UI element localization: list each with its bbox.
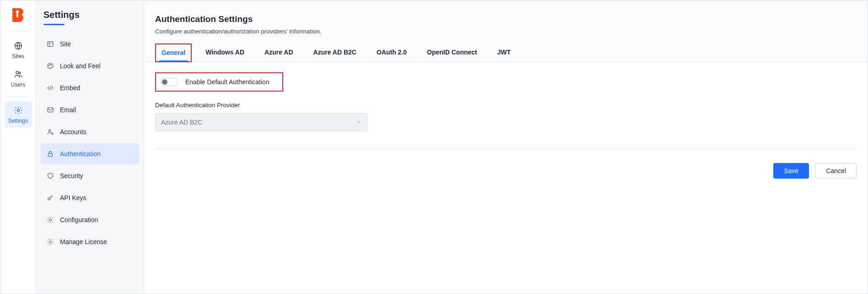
- mail-icon: [46, 106, 54, 114]
- sidebar-item-email[interactable]: Email: [41, 99, 139, 120]
- sidebar-item-label: Configuration: [60, 216, 98, 223]
- sidebar-item-look-and-feel[interactable]: Look and Feel: [41, 55, 139, 76]
- svg-point-5: [17, 109, 19, 112]
- gear-icon: [46, 238, 54, 246]
- svg-point-11: [49, 130, 51, 132]
- brand-logo: [9, 6, 27, 24]
- sidebar-item-accounts[interactable]: Accounts: [41, 121, 139, 142]
- rail-item-users[interactable]: Users: [5, 65, 32, 92]
- user-gear-icon: [46, 128, 54, 136]
- key-icon: [46, 194, 54, 202]
- svg-point-7: [49, 65, 49, 66]
- svg-point-12: [52, 133, 53, 134]
- sidebar-item-label: Manage License: [60, 238, 107, 245]
- sidebar-item-configuration[interactable]: Configuration: [41, 209, 139, 230]
- sidebar-title: Settings: [41, 8, 139, 24]
- globe-icon: [14, 41, 23, 50]
- toggle-knob: [162, 79, 167, 85]
- rail-divider: [8, 32, 28, 32]
- sidebar-item-api-keys[interactable]: API Keys: [41, 187, 139, 208]
- enable-default-auth-row: Enable Default Authentication: [155, 72, 283, 92]
- svg-rect-13: [48, 153, 52, 156]
- default-provider-label: Default Authentication Provider: [155, 102, 857, 109]
- sidebar-item-site[interactable]: Site: [41, 33, 139, 54]
- default-provider-select[interactable]: Azure AD B2C: [155, 113, 367, 131]
- main-content: Authentication Settings Configure authen…: [144, 0, 868, 294]
- page-title: Authentication Settings: [155, 14, 857, 24]
- palette-icon: [46, 62, 54, 70]
- svg-point-15: [49, 219, 51, 221]
- tab-panel-general: Enable Default Authentication Default Au…: [144, 62, 868, 294]
- sidebar-item-embed[interactable]: Embed: [41, 77, 139, 98]
- tab-oauth20[interactable]: OAuth 2.0: [370, 43, 413, 62]
- tab-azure-ad-b2c[interactable]: Azure AD B2C: [307, 43, 363, 62]
- users-icon: [14, 70, 23, 79]
- layout-icon: [46, 40, 54, 48]
- rail-item-label: Sites: [12, 53, 24, 60]
- sidebar-item-label: Accounts: [60, 128, 86, 136]
- section-divider: [155, 149, 857, 149]
- rail-item-label: Settings: [8, 118, 28, 124]
- lock-icon: [46, 150, 54, 158]
- svg-point-9: [51, 65, 52, 65]
- svg-rect-6: [48, 42, 53, 47]
- gear-icon: [14, 106, 23, 115]
- tab-jwt[interactable]: JWT: [491, 43, 518, 62]
- page-subtitle: Configure authentication/authorization p…: [155, 28, 857, 35]
- sidebar-title-underline: [43, 24, 65, 25]
- sidebar-item-label: Authentication: [60, 150, 101, 158]
- chevron-down-icon: [356, 120, 361, 125]
- svg-point-3: [16, 71, 18, 74]
- sidebar-item-security[interactable]: Security: [41, 165, 139, 186]
- sidebar-item-label: Site: [60, 40, 71, 48]
- svg-point-8: [50, 64, 50, 65]
- tab-general[interactable]: General: [155, 44, 192, 62]
- cancel-button[interactable]: Cancel: [815, 163, 857, 179]
- settings-sidebar: Settings Site Look and Feel Embed Email: [36, 0, 144, 294]
- rail-divider: [8, 96, 28, 97]
- enable-default-auth-toggle[interactable]: [161, 78, 178, 86]
- svg-point-4: [19, 72, 21, 74]
- sidebar-item-label: Embed: [60, 84, 80, 92]
- svg-point-14: [48, 197, 50, 200]
- save-button[interactable]: Save: [773, 163, 809, 179]
- tab-azure-ad[interactable]: Azure AD: [258, 43, 300, 62]
- rail-item-label: Users: [11, 82, 25, 88]
- sidebar-item-label: Security: [60, 172, 83, 180]
- rail-item-sites[interactable]: Sites: [5, 37, 32, 63]
- enable-default-auth-label: Enable Default Authentication: [185, 78, 270, 86]
- default-provider-value: Azure AD B2C: [161, 119, 202, 126]
- sidebar-item-label: Look and Feel: [60, 62, 101, 70]
- gear-icon: [46, 216, 54, 224]
- svg-rect-1: [16, 13, 18, 17]
- tab-openid-connect[interactable]: OpenID Connect: [421, 43, 484, 62]
- page-header: Authentication Settings Configure authen…: [144, 0, 868, 35]
- rail-item-settings[interactable]: Settings: [5, 101, 32, 128]
- shield-icon: [46, 172, 54, 180]
- action-bar: Save Cancel: [155, 163, 857, 179]
- sidebar-item-label: Email: [60, 106, 76, 114]
- tab-windows-ad[interactable]: Windows AD: [199, 43, 251, 62]
- code-icon: [46, 84, 54, 92]
- auth-tabs: General Windows AD Azure AD Azure AD B2C…: [144, 43, 868, 62]
- sidebar-item-authentication[interactable]: Authentication: [41, 143, 139, 164]
- svg-point-16: [49, 241, 51, 243]
- nav-rail: Sites Users Settings: [0, 0, 36, 294]
- sidebar-item-manage-license[interactable]: Manage License: [41, 231, 139, 252]
- sidebar-item-label: API Keys: [60, 194, 86, 201]
